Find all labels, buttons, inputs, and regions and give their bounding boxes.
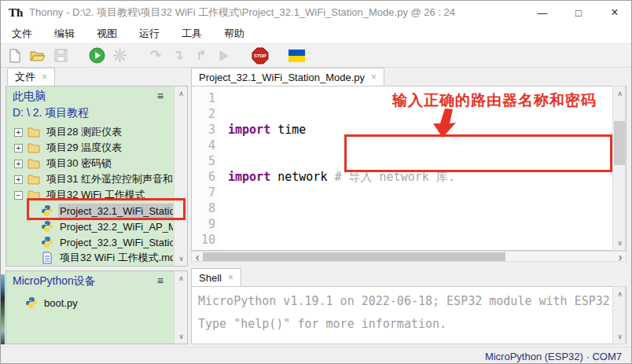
scroll-up-icon[interactable]: [175, 272, 188, 285]
python-file-icon: [41, 236, 53, 248]
files-scrollbar[interactable]: [174, 86, 187, 266]
tab-shell[interactable]: Shell ×: [191, 268, 241, 286]
desktop-background-sliver: [1, 274, 5, 344]
tab-close-icon[interactable]: ×: [42, 72, 47, 83]
files-panel-header: 此电脑 ≡: [6, 86, 187, 105]
window-title: Thonny - D:\2. 项目教程\项目32 WiFi 工作模式\Proje…: [29, 6, 524, 20]
tab-close-icon[interactable]: ×: [228, 272, 233, 283]
tree-item-label: 项目32 WiFi 工作模式: [45, 187, 147, 203]
shell-banner-line: MicroPython v1.19.1 on 2022-06-18; ESP32…: [198, 290, 626, 313]
tree-item-markdown-file[interactable]: 项目32 WiFi 工作模式.md: [6, 250, 173, 266]
scroll-up-icon[interactable]: [613, 87, 626, 100]
code-line: import network # 导入 network 库.: [228, 169, 626, 185]
this-computer-label[interactable]: 此电脑: [13, 90, 46, 104]
maximize-button[interactable]: □: [560, 1, 597, 24]
python-file-icon: [41, 204, 53, 217]
scrollbar-thumb[interactable]: [614, 121, 625, 165]
tree-item-label: 项目30 密码锁: [45, 156, 113, 171]
file-tree: + 项目28 测距仪表 + 项目29 温度仪表 + 项目30 密码锁 + 项目3…: [6, 124, 173, 266]
tab-close-icon[interactable]: ×: [371, 72, 377, 83]
editor-tab-row: Project_32.1_WiFi_Station_Mode.py ×: [191, 68, 384, 86]
menu-tools[interactable]: 工具: [171, 27, 213, 41]
tab-files[interactable]: 文件 ×: [7, 68, 55, 86]
scroll-right-icon[interactable]: [615, 252, 626, 262]
tree-item-label: 项目28 测距仪表: [45, 124, 123, 140]
scroll-left-icon[interactable]: [192, 252, 203, 262]
folder-icon: [28, 126, 40, 138]
tree-item-folder-expanded[interactable]: − 项目32 WiFi 工作模式: [6, 187, 173, 203]
current-path[interactable]: D: \ 2. 项目教程: [6, 105, 187, 122]
shell-prompt[interactable]: >>>: [198, 336, 626, 344]
stop-restart-icon[interactable]: STOP: [252, 47, 269, 64]
open-file-icon[interactable]: [29, 47, 46, 64]
device-scrollbar[interactable]: [174, 271, 187, 344]
shell-scrollbar[interactable]: [612, 286, 626, 344]
menu-edit[interactable]: 编辑: [43, 27, 86, 41]
expand-icon[interactable]: +: [14, 175, 23, 184]
tree-item-python-file-selected[interactable]: Project_32.1_WiFi_Station_M: [6, 203, 173, 219]
menu-run[interactable]: 运行: [128, 27, 171, 41]
scroll-up-icon[interactable]: [613, 288, 626, 300]
files-tab-row: 文件 ×: [7, 68, 55, 86]
tree-item-label: Project_32.1_WiFi_Station_M: [58, 204, 173, 219]
save-file-icon[interactable]: [52, 47, 69, 64]
tree-item-folder[interactable]: + 项目28 测距仪表: [6, 124, 173, 140]
expand-icon[interactable]: +: [14, 144, 23, 153]
new-file-icon[interactable]: [6, 47, 24, 64]
scroll-down-icon[interactable]: [175, 330, 188, 343]
device-panel-title: MicroPython设备: [13, 274, 96, 289]
tree-item-folder[interactable]: + 项目29 温度仪表: [6, 140, 173, 156]
expand-icon[interactable]: +: [14, 160, 23, 168]
step-into-icon: ↴: [170, 47, 187, 64]
title-bar: Tħ Thonny - D:\2. 项目教程\项目32 WiFi 工作模式\Pr…: [1, 1, 632, 24]
python-file-icon: [25, 296, 38, 309]
micropython-device-panel: MicroPython设备 ≡ boot.py: [6, 270, 188, 344]
run-script-icon[interactable]: [88, 47, 105, 64]
scroll-down-icon[interactable]: [613, 237, 626, 249]
scrollbar-thumb[interactable]: [203, 252, 505, 261]
device-file-label: boot.py: [42, 296, 79, 311]
tab-editor-file[interactable]: Project_32.1_WiFi_Station_Mode.py ×: [191, 68, 384, 86]
debug-script-icon[interactable]: [111, 47, 128, 64]
step-out-icon: ↱: [193, 47, 210, 64]
markdown-file-icon: [41, 252, 53, 264]
menu-help[interactable]: 帮助: [213, 27, 255, 41]
close-button[interactable]: ×: [597, 1, 632, 24]
folder-icon: [28, 173, 40, 186]
shell-output[interactable]: MicroPython v1.19.1 on 2022-06-18; ESP32…: [191, 286, 626, 344]
pane-menu-icon[interactable]: ≡: [157, 90, 164, 104]
code-line: [228, 216, 626, 232]
menu-file[interactable]: 文件: [1, 27, 43, 41]
tree-item-label: Project_32.3_WiFi_Station+: [58, 235, 173, 250]
interpreter-port-status[interactable]: MicroPython (ESP32) · COM7: [485, 351, 622, 362]
python-file-icon: [41, 220, 53, 233]
tree-item-python-file[interactable]: Project_32.3_WiFi_Station+: [6, 234, 173, 250]
menu-view[interactable]: 视图: [86, 27, 128, 41]
line-number-gutter: 12 34 56 78 910: [192, 86, 220, 250]
scroll-down-icon[interactable]: [613, 330, 626, 343]
code-area[interactable]: import time import network # 导入 network …: [220, 86, 626, 250]
editor-horizontal-scrollbar[interactable]: [191, 251, 626, 262]
device-file-boot[interactable]: boot.py: [6, 295, 187, 311]
thonny-app-icon: Tħ: [9, 6, 23, 20]
menu-bar: 文件 编辑 视图 运行 工具 帮助: [1, 24, 632, 44]
collapse-icon[interactable]: −: [14, 191, 23, 200]
tree-item-folder[interactable]: + 项目30 密码锁: [6, 156, 173, 171]
resume-icon: [215, 47, 233, 64]
editor-vertical-scrollbar[interactable]: [612, 86, 626, 251]
folder-icon: [28, 142, 40, 154]
tab-editor-label: Project_32.1_WiFi_Station_Mode.py: [199, 72, 365, 83]
expand-icon[interactable]: +: [14, 128, 23, 137]
tree-item-label: 项目29 温度仪表: [45, 140, 123, 156]
files-panel: 此电脑 ≡ D: \ 2. 项目教程 + 项目28 测距仪表 + 项目29 温度…: [6, 86, 188, 267]
pane-menu-icon[interactable]: ≡: [157, 274, 164, 289]
tree-item-label: Project_32.2_WiFi_AP_Mod: [58, 219, 173, 234]
scroll-up-icon[interactable]: [175, 87, 188, 100]
code-line: import time: [228, 122, 626, 138]
tree-item-folder[interactable]: + 项目31 红外遥控控制声音和LED: [6, 171, 173, 187]
scroll-down-icon[interactable]: [175, 252, 188, 265]
toolbar: ↷ ↴ ↱ STOP: [1, 44, 632, 68]
step-over-icon: ↷: [147, 47, 164, 64]
minimize-button[interactable]: —: [524, 1, 560, 24]
tree-item-python-file[interactable]: Project_32.2_WiFi_AP_Mod: [6, 219, 173, 234]
